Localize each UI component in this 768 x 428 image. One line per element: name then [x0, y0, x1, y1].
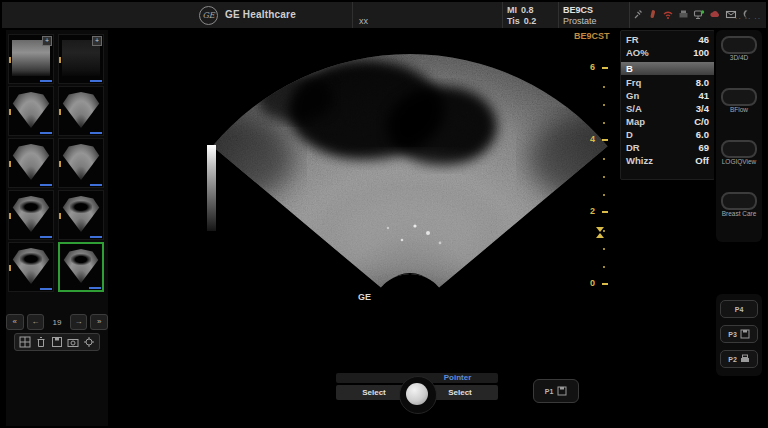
p2-label: P2 [728, 356, 737, 363]
active-probe-label: BE9CST [574, 31, 610, 41]
thumbnail[interactable] [58, 190, 104, 240]
logiqview-label: LOGIQView [716, 158, 762, 165]
first-page-button[interactable]: « [6, 314, 24, 330]
param-value: 41 [698, 89, 709, 102]
fr-label: FR [626, 33, 639, 46]
plus-badge-icon[interactable]: + [92, 36, 102, 46]
network-icon [693, 9, 705, 20]
gear-icon[interactable] [83, 336, 95, 348]
statusbar-overflow-dots: ·· ·· ·· [735, 15, 761, 22]
patient-name-field[interactable]: xx [359, 16, 368, 26]
param-row: Gn 41 [621, 89, 714, 102]
ao-label: AO% [626, 46, 649, 59]
p4-key[interactable]: P4 [720, 300, 758, 318]
thumb-marker [9, 213, 11, 219]
thumbnail-image [63, 249, 99, 283]
thumbnail-image [12, 92, 50, 128]
grayscale-bar [207, 145, 216, 231]
depth-tick [602, 283, 608, 285]
breastcare-label: Breast Care [716, 210, 762, 217]
depth-tick-label: 0 [582, 278, 595, 288]
thumb-progress-mark [90, 80, 102, 82]
ultrasound-image[interactable]: GE [110, 28, 620, 428]
param-row: Frq 8.0 [621, 76, 714, 89]
param-value: 6.0 [696, 128, 709, 141]
thumbnail[interactable] [58, 138, 104, 188]
mi-label: MI [507, 5, 517, 16]
thumbnail[interactable] [8, 190, 54, 240]
thumb-marker [59, 109, 61, 115]
thumb-progress-mark [90, 184, 102, 186]
bflow-label: BFlow [716, 106, 762, 113]
depth-minor-tick [603, 266, 605, 268]
p1-key[interactable]: P1 [533, 379, 579, 403]
param-label: Map [626, 115, 645, 128]
plug-icon [632, 9, 643, 20]
exam-preset[interactable]: Prostate [563, 16, 597, 27]
clipboard-toolbar [14, 333, 100, 351]
thumbnail[interactable]: + [8, 34, 54, 84]
param-value: 3/4 [696, 102, 709, 115]
thumb-progress-mark [89, 287, 101, 289]
plus-badge-icon[interactable]: + [42, 36, 52, 46]
ultrasound-console-screen: GE GE Healthcare xx MI0.8 Tis0.2 BE9CS P… [0, 0, 768, 428]
trackball[interactable] [399, 376, 437, 414]
thumbnail[interactable] [8, 242, 54, 292]
status-icon-bar [632, 9, 750, 20]
thumbnail-image [62, 196, 100, 232]
thumb-progress-mark [40, 288, 52, 290]
grid-icon[interactable] [19, 336, 31, 348]
clipboard-sidebar: + + « ← 19 → » [6, 30, 108, 426]
probe-preset-block[interactable]: BE9CS Prostate [563, 5, 597, 27]
bflow-button[interactable] [721, 88, 757, 106]
imaging-parameter-panel: FR 46 AO% 100 B Frq 8.0 Gn 41 S/A 3/4 Ma… [620, 30, 715, 180]
thumbnail[interactable]: + [58, 34, 104, 84]
disk-icon [557, 386, 567, 396]
3d4d-button[interactable] [721, 36, 757, 54]
acoustic-output-readout: MI0.8 Tis0.2 [507, 5, 536, 27]
ao-value: 100 [693, 46, 709, 59]
trackball-ball[interactable] [406, 383, 428, 405]
page-number: 19 [47, 318, 67, 327]
thumbnail-selected[interactable] [58, 242, 104, 292]
save-icon[interactable] [51, 336, 63, 348]
focus-marker-bottom [596, 233, 604, 238]
depth-tick [602, 211, 608, 213]
probe-name[interactable]: BE9CS [563, 5, 597, 16]
tis-value: 0.2 [524, 16, 537, 27]
thumbnail-image [12, 248, 50, 284]
param-label: Whizz [626, 154, 653, 167]
thumbnail[interactable] [8, 138, 54, 188]
camera-icon[interactable] [67, 336, 79, 348]
depth-minor-tick [603, 248, 605, 250]
logiqview-button[interactable] [721, 140, 757, 158]
p3-key[interactable]: P3 [720, 325, 758, 343]
depth-tick-label: 6 [582, 62, 595, 72]
param-value: 69 [698, 141, 709, 154]
p1-label: P1 [545, 388, 554, 395]
last-page-button[interactable]: » [90, 314, 108, 330]
depth-tick [602, 67, 608, 69]
p4-label: P4 [735, 306, 744, 313]
param-row: S/A 3/4 [621, 102, 714, 115]
trash-icon[interactable] [35, 336, 47, 348]
3d4d-label: 3D/4D [716, 54, 762, 61]
printer-icon [740, 354, 750, 364]
topbar-divider [629, 2, 630, 28]
thumb-progress-mark [40, 184, 52, 186]
anechoic-region [387, 86, 497, 166]
thumbnail[interactable] [58, 86, 104, 136]
param-label: D [626, 128, 633, 141]
thumbnail[interactable] [8, 86, 54, 136]
focus-position-marker [596, 227, 604, 238]
tis-label: Tis [507, 16, 520, 27]
mode-key-panel: 3D/4D BFlow LOGIQView Breast Care [716, 30, 762, 242]
prev-page-button[interactable]: ← [27, 314, 45, 330]
next-page-button[interactable]: → [70, 314, 88, 330]
brand-title: GE Healthcare [225, 9, 296, 20]
mode-header-row[interactable]: B [621, 62, 714, 75]
p2-key[interactable]: P2 [720, 350, 758, 368]
cloud-icon [709, 9, 721, 20]
depth-minor-tick [603, 122, 605, 124]
breastcare-button[interactable] [721, 192, 757, 210]
